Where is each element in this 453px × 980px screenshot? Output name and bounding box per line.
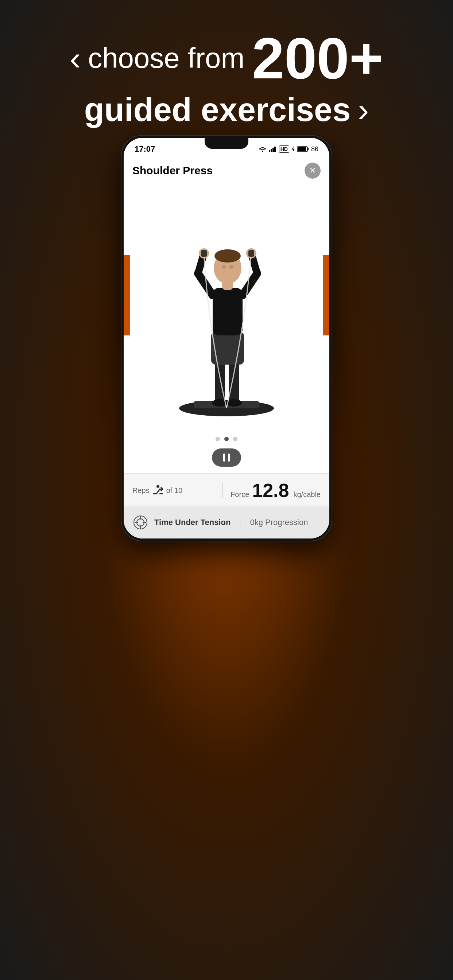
svg-point-18 — [214, 250, 241, 262]
dot-2[interactable] — [224, 437, 229, 441]
exercise-animation — [172, 189, 281, 423]
svg-rect-15 — [213, 288, 242, 336]
person-svg — [172, 189, 281, 423]
svg-line-23 — [242, 274, 257, 295]
chevron-right-icon: › — [358, 91, 369, 129]
reps-label: Reps — [132, 486, 150, 495]
phone-mockup: 17:07 HD — [121, 135, 332, 541]
bottom-divider — [240, 517, 240, 528]
svg-rect-28 — [248, 250, 254, 257]
app-header: Shoulder Press ✕ — [124, 158, 329, 182]
time-under-tension-label: Time Under Tension — [154, 518, 231, 527]
dot-1[interactable] — [215, 437, 220, 441]
charging-icon — [292, 146, 295, 152]
phone-notch — [205, 138, 248, 149]
dot-3[interactable] — [233, 437, 238, 441]
close-button[interactable]: ✕ — [305, 162, 321, 179]
pause-button[interactable] — [212, 449, 241, 467]
stats-divider — [222, 483, 223, 498]
svg-point-19 — [222, 265, 226, 269]
pause-bar-right — [228, 453, 230, 461]
exercise-title: Shoulder Press — [132, 164, 213, 177]
exercise-image-area — [124, 182, 329, 430]
stats-bar: Reps ⎇ of 10 Force 12.8 kg/cable — [124, 473, 329, 506]
close-icon: ✕ — [309, 166, 316, 175]
svg-rect-4 — [274, 146, 276, 152]
force-value: 12.8 — [252, 481, 289, 500]
svg-rect-3 — [273, 148, 274, 152]
reps-stat: Reps ⎇ of 10 — [132, 485, 215, 496]
count-text: 200+ — [252, 29, 383, 88]
status-icons: HD 86 — [258, 145, 318, 153]
chevron-left-icon: ‹ — [70, 42, 81, 75]
status-time: 17:07 — [135, 145, 155, 154]
svg-point-20 — [230, 265, 233, 269]
battery-icon — [297, 146, 309, 152]
svg-rect-6 — [308, 148, 309, 150]
left-accent-bar — [124, 255, 130, 336]
pause-bar-left — [223, 453, 225, 461]
progression-label: 0kg Progression — [250, 518, 308, 527]
reps-value: of 10 — [166, 486, 182, 495]
hd-badge: HD — [279, 145, 289, 153]
choose-from-text: choose from — [88, 43, 244, 74]
bottom-bar: Time Under Tension 0kg Progression — [124, 506, 329, 538]
rep-counter-icon: ⎇ — [152, 485, 163, 496]
svg-rect-2 — [271, 149, 272, 152]
carousel-dots — [124, 430, 329, 445]
pause-button-area — [124, 445, 329, 473]
battery-level: 86 — [311, 145, 318, 153]
svg-rect-1 — [269, 150, 270, 152]
time-under-tension-icon — [132, 514, 148, 530]
rep-numeral: ⎇ — [152, 486, 163, 496]
right-accent-bar — [323, 255, 329, 336]
force-stat: Force 12.8 kg/cable — [231, 481, 321, 500]
guided-text: guided exercises — [84, 91, 351, 129]
force-label: Force — [231, 490, 249, 499]
signal-icon — [269, 146, 277, 152]
hero-section: ‹ choose from 200+ guided exercises › — [0, 29, 453, 129]
wifi-icon — [258, 146, 266, 152]
force-unit: kg/cable — [293, 490, 321, 499]
svg-point-0 — [262, 151, 263, 152]
svg-rect-7 — [298, 147, 306, 151]
svg-rect-27 — [201, 250, 207, 257]
